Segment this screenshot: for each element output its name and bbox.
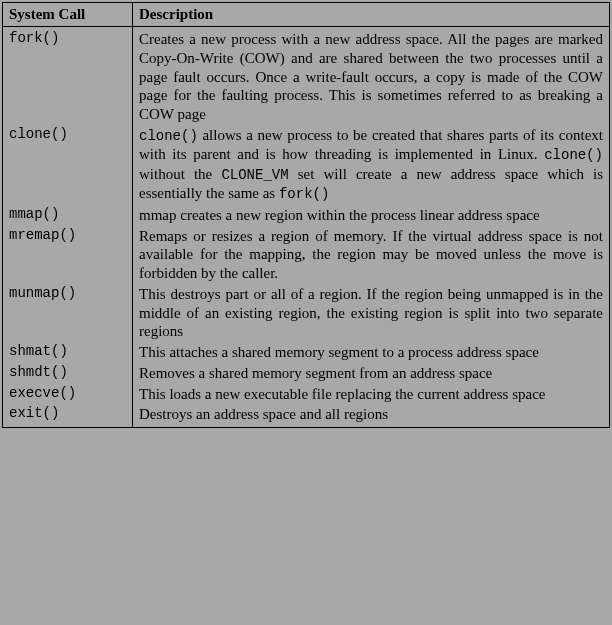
syscall-desc: Destroys an address space and all region… [133, 404, 610, 427]
syscall-desc: This loads a new executable file replaci… [133, 384, 610, 405]
table-row: exit() Destroys an address space and all… [3, 404, 610, 427]
syscall-name: clone() [3, 125, 133, 205]
code-text: CLONE_VM [221, 167, 288, 183]
code-text: fork() [279, 186, 329, 202]
desc-text: without the [139, 166, 221, 182]
header-description: Description [133, 3, 610, 27]
syscall-name: mremap() [3, 226, 133, 284]
syscall-desc: This destroys part or all of a region. I… [133, 284, 610, 342]
table-row: fork() Creates a new process with a new … [3, 27, 610, 125]
syscall-name: munmap() [3, 284, 133, 342]
syscall-name: execve() [3, 384, 133, 405]
table-row: shmat() This attaches a shared memory se… [3, 342, 610, 363]
syscall-desc: Creates a new process with a new address… [133, 27, 610, 125]
syscall-table: System Call Description fork() Creates a… [2, 2, 610, 428]
syscall-name: shmat() [3, 342, 133, 363]
code-text: clone() [544, 147, 603, 163]
syscall-name: fork() [3, 27, 133, 125]
table-row: clone() clone() allows a new process to … [3, 125, 610, 205]
header-system-call: System Call [3, 3, 133, 27]
syscall-desc: clone() allows a new process to be creat… [133, 125, 610, 205]
table-row: mremap() Remaps or resizes a region of m… [3, 226, 610, 284]
syscall-name: shmdt() [3, 363, 133, 384]
syscall-name: mmap() [3, 205, 133, 226]
code-text: clone() [139, 128, 198, 144]
syscall-desc: This attaches a shared memory segment to… [133, 342, 610, 363]
table-row: execve() This loads a new executable fil… [3, 384, 610, 405]
table-row: shmdt() Removes a shared memory segment … [3, 363, 610, 384]
syscall-name: exit() [3, 404, 133, 427]
table-row: munmap() This destroys part or all of a … [3, 284, 610, 342]
table-header-row: System Call Description [3, 3, 610, 27]
desc-text: allows a new process to be created that … [139, 127, 603, 163]
table-row: mmap() mmap creates a new region within … [3, 205, 610, 226]
syscall-desc: Remaps or resizes a region of memory. If… [133, 226, 610, 284]
syscall-desc: mmap creates a new region within the pro… [133, 205, 610, 226]
syscall-desc: Removes a shared memory segment from an … [133, 363, 610, 384]
